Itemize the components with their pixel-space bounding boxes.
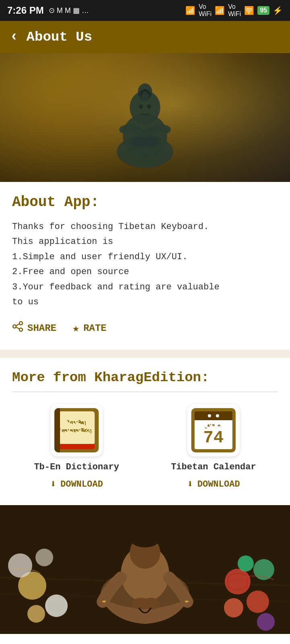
status-bar: 7:26 PM ⊙ M M ▦ … 📶 VoWiFi 📶 VoWiFi 🛜 95… — [0, 0, 290, 21]
dictionary-download-button[interactable]: ⬇ DOWNLOAD — [50, 478, 103, 491]
svg-point-7 — [144, 137, 158, 147]
download-icon2: ⬇ — [187, 478, 193, 491]
about-line-3: 1.Simple and user friendly UX/UI. — [12, 252, 188, 262]
about-line-2: This application is — [12, 237, 113, 247]
calendar-download-label: DOWNLOAD — [197, 479, 240, 489]
calendar-top-bar — [195, 411, 232, 420]
dictionary-icon-wrapper: ་བིར་གཞི།ཤེས་གནས་མཛོད། — [50, 404, 103, 456]
book-bottom — [58, 444, 95, 450]
status-right: 📶 VoWiFi 📶 VoWiFi 🛜 95 ⚡ — [185, 3, 283, 18]
charging-icon: ⚡ — [273, 6, 283, 15]
download-icon: ⬇ — [50, 478, 56, 491]
svg-point-25 — [225, 569, 251, 594]
apps-grid: ་བིར་གཞི།ཤེས་གནས་མཛོད། Tb-En Dictionary … — [12, 404, 278, 491]
calendar-app-name: Tibetan Calendar — [171, 462, 256, 472]
about-app-description: Thanks for choosing Tibetan Keyboard. Th… — [12, 219, 278, 310]
support-contribution-section: Support/contribution: — [0, 634, 290, 644]
book-spine — [54, 408, 60, 452]
share-button[interactable]: SHARE — [12, 321, 56, 335]
bottom-hero-image — [0, 505, 290, 634]
page-title: About Us — [27, 29, 92, 45]
section-divider — [0, 350, 290, 358]
svg-point-8 — [19, 322, 23, 325]
dictionary-app-name: Tb-En Dictionary — [34, 462, 119, 472]
svg-point-32 — [35, 549, 53, 566]
about-line-6: to us — [12, 297, 39, 307]
status-time: 7:26 PM — [7, 5, 44, 16]
svg-point-24 — [27, 605, 45, 623]
calendar-download-button[interactable]: ⬇ DOWNLOAD — [187, 478, 240, 491]
rate-button[interactable]: ★ RATE — [72, 321, 106, 335]
svg-point-29 — [238, 555, 254, 572]
wifi-strength-icon: 🛜 — [244, 6, 254, 15]
svg-point-21 — [130, 531, 160, 547]
signal-icon: 📶 — [185, 6, 195, 15]
share-label: SHARE — [27, 323, 56, 334]
more-from-section: More from KharagEdition: ་བིར་གཞི།ཤེས་གན… — [0, 358, 290, 505]
share-icon — [12, 321, 23, 335]
tibetan-text-icon: ་བིར་གཞི།ཤེས་གནས་མཛོད། — [61, 420, 92, 436]
svg-line-11 — [16, 324, 19, 326]
book-cover: ་བིར་གཞི།ཤེས་གནས་མཛོད། — [58, 411, 95, 444]
calendar-body: ཆུ་ས ༤ 74 — [195, 420, 232, 449]
about-line-5: 3.Your feedback and rating are valuable — [12, 282, 220, 292]
hero-image — [0, 53, 290, 182]
about-line-1: Thanks for choosing Tibetan Keyboard. — [12, 222, 209, 232]
dictionary-download-label: DOWNLOAD — [60, 479, 103, 489]
section-divider-line — [12, 392, 278, 392]
status-icons: ⊙ M M ▦ … — [49, 6, 89, 15]
svg-point-5 — [147, 104, 151, 109]
calendar-date-number: 74 — [203, 429, 224, 446]
about-app-title: About App: — [12, 194, 278, 211]
calendar-app-icon: ཆུ་ས ༤ 74 — [191, 408, 236, 452]
svg-point-27 — [224, 598, 243, 617]
svg-point-3 — [138, 83, 152, 101]
svg-line-12 — [16, 327, 19, 329]
calendar-icon-wrapper: ཆུ་ས ༤ 74 — [187, 404, 240, 456]
navigation-bar: ‹ About Us — [0, 21, 290, 53]
buddha-illustration — [109, 63, 181, 172]
back-arrow-icon[interactable]: ‹ — [10, 30, 19, 44]
rate-label: RATE — [83, 323, 107, 334]
star-icon: ★ — [72, 321, 79, 335]
calendar-ring-left — [208, 414, 211, 417]
battery-indicator: 95 — [257, 6, 269, 15]
more-section-title: More from KharagEdition: — [12, 370, 278, 385]
svg-point-9 — [13, 325, 16, 328]
action-buttons-row: SHARE ★ RATE — [12, 321, 278, 335]
svg-point-30 — [257, 613, 275, 631]
about-app-card: About App: Thanks for choosing Tibetan K… — [0, 182, 290, 350]
app-item-dictionary: ་བིར་གཞི།ཤེས་གནས་མཛོད། Tb-En Dictionary … — [12, 404, 141, 491]
dictionary-app-icon: ་བིར་གཞི།ཤེས་གནས་མཛོད། — [54, 408, 99, 452]
wifi-icon: VoWiFi — [199, 3, 211, 18]
signal-icon2: 📶 — [215, 6, 225, 15]
svg-point-4 — [139, 104, 143, 109]
app-item-calendar: ཆུ་ས ༤ 74 Tibetan Calendar ⬇ DOWNLOAD — [149, 404, 278, 491]
about-line-4: 2.Free and open source — [12, 267, 129, 277]
svg-point-10 — [19, 328, 23, 331]
status-left: 7:26 PM ⊙ M M ▦ … — [7, 5, 89, 16]
svg-point-31 — [8, 553, 32, 578]
calendar-ring-right — [216, 414, 219, 417]
svg-point-26 — [246, 590, 269, 613]
meditation-illustration — [0, 505, 290, 634]
svg-point-23 — [45, 594, 68, 617]
wifi-icon2: VoWiFi — [228, 3, 241, 18]
